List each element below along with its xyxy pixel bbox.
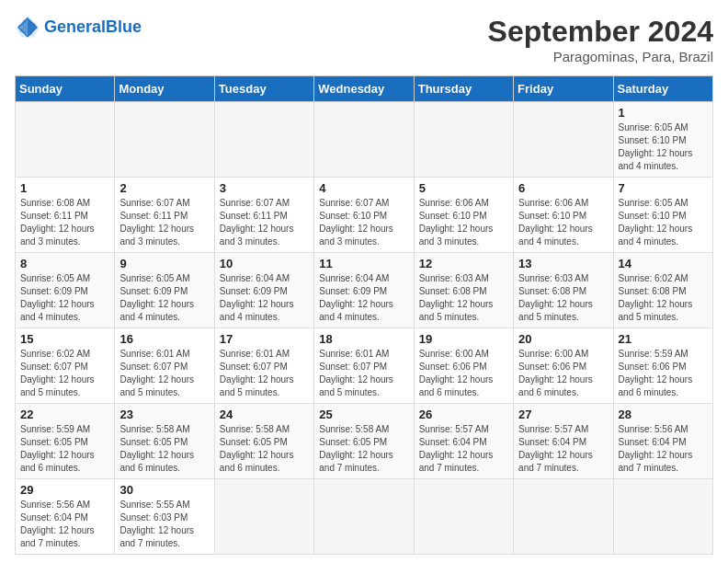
sunset-text: Sunset: 6:06 PM <box>518 362 586 372</box>
cell-details: Sunrise: 6:04 AMSunset: 6:09 PMDaylight:… <box>220 272 309 324</box>
sunset-text: Sunset: 6:10 PM <box>619 211 687 221</box>
sunset-text: Sunset: 6:10 PM <box>518 211 586 221</box>
header-day: Thursday <box>414 76 513 102</box>
day-number: 29 <box>20 483 109 497</box>
calendar-week-row: 1Sunrise: 6:05 AMSunset: 6:10 PMDaylight… <box>16 102 713 178</box>
cell-details: Sunrise: 6:05 AMSunset: 6:09 PMDaylight:… <box>20 272 109 324</box>
calendar-cell: 10Sunrise: 6:04 AMSunset: 6:09 PMDayligh… <box>214 253 313 328</box>
sunrise-text: Sunrise: 6:01 AM <box>119 349 189 359</box>
cell-details: Sunrise: 5:59 AMSunset: 6:05 PMDaylight:… <box>20 423 109 475</box>
day-number: 18 <box>319 332 408 346</box>
day-number: 5 <box>419 181 508 195</box>
title-block: September 2024 Paragominas, Para, Brazil <box>488 15 713 64</box>
day-number: 12 <box>419 257 508 270</box>
cell-details: Sunrise: 5:59 AMSunset: 6:06 PMDaylight:… <box>619 348 708 399</box>
calendar-cell: 15Sunrise: 6:02 AMSunset: 6:07 PMDayligh… <box>16 328 115 404</box>
cell-details: Sunrise: 5:56 AMSunset: 6:04 PMDaylight:… <box>20 499 109 550</box>
calendar-cell: 20Sunrise: 6:00 AMSunset: 6:06 PMDayligh… <box>514 328 613 404</box>
day-number: 1 <box>619 106 708 120</box>
calendar-week-row: 1Sunrise: 6:08 AMSunset: 6:11 PMDaylight… <box>16 178 713 253</box>
sunrise-text: Sunrise: 5:55 AM <box>119 500 189 510</box>
sunset-text: Sunset: 6:08 PM <box>419 286 487 296</box>
daylight-text: Daylight: 12 hours and 5 minutes. <box>20 374 95 397</box>
calendar-cell: 27Sunrise: 5:57 AMSunset: 6:04 PMDayligh… <box>514 404 613 479</box>
page-header: GeneralBlue September 2024 Paragominas, … <box>15 15 713 64</box>
sunrise-text: Sunrise: 5:59 AM <box>20 424 90 434</box>
day-number: 21 <box>619 332 708 346</box>
day-number: 14 <box>619 257 708 270</box>
header-day: Friday <box>514 76 613 102</box>
daylight-text: Daylight: 12 hours and 4 minutes. <box>20 299 95 322</box>
sunset-text: Sunset: 6:06 PM <box>419 362 487 372</box>
sunset-text: Sunset: 6:09 PM <box>319 286 387 296</box>
header-day: Saturday <box>613 76 712 102</box>
sunset-text: Sunset: 6:07 PM <box>20 362 88 372</box>
calendar-cell <box>214 102 313 178</box>
calendar-cell: 9Sunrise: 6:05 AMSunset: 6:09 PMDaylight… <box>115 253 214 328</box>
daylight-text: Daylight: 12 hours and 3 minutes. <box>319 224 393 247</box>
sunrise-text: Sunrise: 6:02 AM <box>619 273 688 283</box>
daylight-text: Daylight: 12 hours and 4 minutes. <box>220 299 294 322</box>
logo-icon <box>15 15 40 40</box>
day-number: 19 <box>419 332 508 346</box>
calendar-cell: 11Sunrise: 6:04 AMSunset: 6:09 PMDayligh… <box>314 253 414 328</box>
calendar-week-row: 22Sunrise: 5:59 AMSunset: 6:05 PMDayligh… <box>16 404 713 479</box>
calendar-week-row: 8Sunrise: 6:05 AMSunset: 6:09 PMDaylight… <box>16 253 713 328</box>
sunrise-text: Sunrise: 6:01 AM <box>220 349 290 359</box>
sunset-text: Sunset: 6:11 PM <box>20 211 88 221</box>
cell-details: Sunrise: 5:57 AMSunset: 6:04 PMDaylight:… <box>419 423 508 475</box>
logo-text: GeneralBlue <box>44 18 142 37</box>
header-row: SundayMondayTuesdayWednesdayThursdayFrid… <box>16 76 713 102</box>
day-number: 30 <box>119 483 209 497</box>
sunset-text: Sunset: 6:07 PM <box>220 362 288 372</box>
calendar-cell: 3Sunrise: 6:07 AMSunset: 6:11 PMDaylight… <box>214 178 313 253</box>
day-number: 20 <box>518 332 608 346</box>
calendar-cell: 28Sunrise: 5:56 AMSunset: 6:04 PMDayligh… <box>613 404 712 479</box>
day-number: 3 <box>220 181 309 195</box>
sunrise-text: Sunrise: 5:56 AM <box>619 424 688 434</box>
calendar-cell: 22Sunrise: 5:59 AMSunset: 6:05 PMDayligh… <box>16 404 115 479</box>
calendar-cell <box>414 102 513 178</box>
daylight-text: Daylight: 12 hours and 4 minutes. <box>518 224 593 247</box>
day-number: 4 <box>319 181 408 195</box>
calendar-cell <box>314 102 414 178</box>
sunset-text: Sunset: 6:05 PM <box>220 437 288 447</box>
day-number: 7 <box>619 181 708 195</box>
calendar-cell <box>115 102 214 178</box>
day-number: 16 <box>119 332 209 346</box>
cell-details: Sunrise: 6:07 AMSunset: 6:10 PMDaylight:… <box>319 197 408 248</box>
cell-details: Sunrise: 6:06 AMSunset: 6:10 PMDaylight:… <box>419 197 508 248</box>
calendar-cell: 1Sunrise: 6:08 AMSunset: 6:11 PMDaylight… <box>16 178 115 253</box>
sunset-text: Sunset: 6:05 PM <box>20 437 88 447</box>
sunrise-text: Sunrise: 6:05 AM <box>619 198 688 208</box>
sunset-text: Sunset: 6:08 PM <box>619 286 687 296</box>
cell-details: Sunrise: 6:00 AMSunset: 6:06 PMDaylight:… <box>419 348 508 399</box>
header-day: Monday <box>115 76 214 102</box>
calendar-cell: 18Sunrise: 6:01 AMSunset: 6:07 PMDayligh… <box>314 328 414 404</box>
sunrise-text: Sunrise: 6:03 AM <box>419 273 489 283</box>
calendar-cell <box>514 479 613 555</box>
calendar-body: 1Sunrise: 6:05 AMSunset: 6:10 PMDaylight… <box>16 102 713 555</box>
daylight-text: Daylight: 12 hours and 5 minutes. <box>119 374 194 397</box>
header-day: Sunday <box>16 76 115 102</box>
sunrise-text: Sunrise: 6:05 AM <box>119 273 189 283</box>
daylight-text: Daylight: 12 hours and 7 minutes. <box>518 450 593 473</box>
daylight-text: Daylight: 12 hours and 6 minutes. <box>20 450 95 473</box>
sunset-text: Sunset: 6:09 PM <box>119 286 188 296</box>
cell-details: Sunrise: 6:05 AMSunset: 6:10 PMDaylight:… <box>619 197 708 248</box>
sunrise-text: Sunrise: 6:02 AM <box>20 349 90 359</box>
calendar-cell: 5Sunrise: 6:06 AMSunset: 6:10 PMDaylight… <box>414 178 513 253</box>
calendar-cell: 23Sunrise: 5:58 AMSunset: 6:05 PMDayligh… <box>115 404 214 479</box>
calendar-cell: 7Sunrise: 6:05 AMSunset: 6:10 PMDaylight… <box>613 178 712 253</box>
day-number: 25 <box>319 408 408 421</box>
day-number: 26 <box>419 408 508 421</box>
cell-details: Sunrise: 6:01 AMSunset: 6:07 PMDaylight:… <box>220 348 309 399</box>
day-number: 15 <box>20 332 109 346</box>
calendar-week-row: 29Sunrise: 5:56 AMSunset: 6:04 PMDayligh… <box>16 479 713 555</box>
calendar-cell: 21Sunrise: 5:59 AMSunset: 6:06 PMDayligh… <box>613 328 712 404</box>
day-number: 27 <box>518 408 608 421</box>
sunrise-text: Sunrise: 6:06 AM <box>419 198 489 208</box>
sunrise-text: Sunrise: 5:57 AM <box>419 424 489 434</box>
calendar-cell: 1Sunrise: 6:05 AMSunset: 6:10 PMDaylight… <box>613 102 712 178</box>
daylight-text: Daylight: 12 hours and 7 minutes. <box>119 525 194 548</box>
